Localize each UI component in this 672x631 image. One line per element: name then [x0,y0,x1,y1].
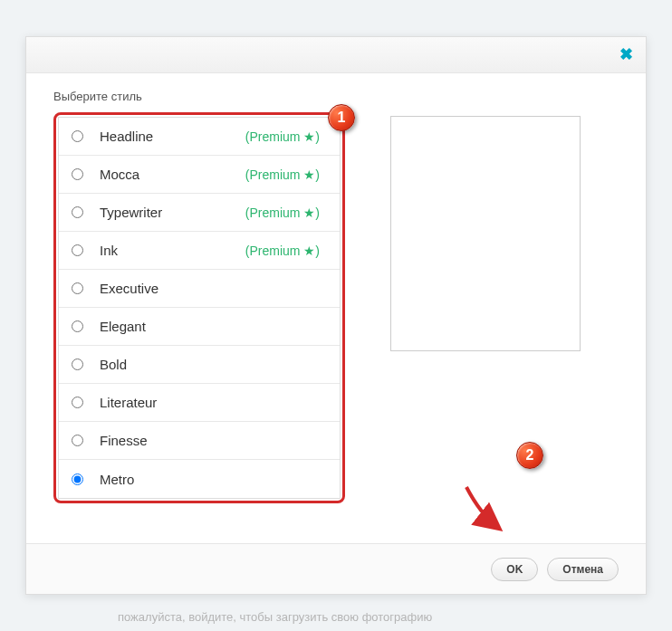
style-option[interactable]: Finesse [59,422,340,460]
style-radio[interactable] [72,473,83,485]
style-option[interactable]: Headline(Premium ★) [59,118,340,156]
style-option[interactable]: Bold [59,346,340,384]
style-name-label: Elegant [100,319,146,334]
style-option[interactable]: Mocca(Premium ★) [59,156,340,194]
cancel-button[interactable]: Отмена [547,558,619,581]
style-option[interactable]: Metro [59,460,340,498]
style-radio[interactable] [72,320,83,332]
close-icon[interactable]: ✖ [619,46,633,62]
style-option[interactable]: Literateur [59,384,340,422]
annotation-badge-1: 1 [328,104,355,131]
style-radio[interactable] [72,244,83,256]
dialog-footer: OK Отмена [26,543,646,594]
style-option[interactable]: Typewriter(Premium ★) [59,194,340,232]
style-radio[interactable] [72,282,83,294]
style-name-label: Headline [100,129,153,144]
dialog-body: Выберите стиль 1 Headline(Premium ★)Mocc… [26,73,646,512]
premium-badge: (Premium ★) [245,129,327,144]
style-option[interactable]: Ink(Premium ★) [59,232,340,270]
style-name-label: Bold [100,357,127,372]
premium-badge: (Premium ★) [245,206,327,220]
style-list: Headline(Premium ★)Mocca(Premium ★)Typew… [58,117,341,499]
dialog-header: ✖ [26,37,646,73]
style-radio[interactable] [72,168,83,180]
style-name-label: Ink [100,243,118,258]
background-hint-text: пожалуйста, войдите, чтобы загрузить сво… [118,610,432,624]
style-option[interactable]: Executive [59,270,340,308]
style-name-label: Mocca [100,167,139,182]
style-radio[interactable] [72,435,83,446]
style-radio[interactable] [72,397,83,408]
dialog-title: Выберите стиль [53,90,619,103]
premium-badge: (Premium ★) [245,244,327,258]
style-name-label: Metro [100,472,134,487]
annotation-badge-2: 2 [516,442,543,469]
style-name-label: Literateur [100,395,157,410]
ok-button[interactable]: OK [491,558,538,581]
style-name-label: Typewriter [100,205,162,220]
style-list-highlight: 1 Headline(Premium ★)Mocca(Premium ★)Typ… [53,112,345,503]
style-option[interactable]: Elegant [59,308,340,346]
style-picker-dialog: ✖ Выберите стиль 1 Headline(Premium ★)Mo… [25,36,647,595]
style-radio[interactable] [72,130,83,142]
style-name-label: Executive [100,281,158,296]
premium-badge: (Premium ★) [245,167,327,182]
style-preview [390,116,581,351]
style-name-label: Finesse [100,433,148,448]
style-radio[interactable] [72,206,83,218]
style-radio[interactable] [72,359,83,370]
